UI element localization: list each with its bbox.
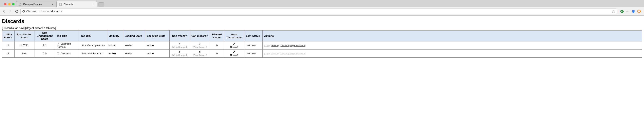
- window-controls: [2, 2, 16, 6]
- col-can-freeze[interactable]: Can freeze?: [170, 30, 190, 42]
- cell-reactivation-score: 1.5781: [14, 42, 34, 50]
- col-tab-url[interactable]: Tab URL: [79, 30, 107, 42]
- col-actions[interactable]: Actions: [262, 30, 642, 42]
- col-utility-rank[interactable]: Utility Rank: [2, 30, 14, 42]
- action-load-link: [Load]: [264, 52, 270, 55]
- action-load-link: [Load]: [264, 44, 270, 47]
- svg-point-3: [23, 11, 24, 12]
- browser-chrome: Example Domain × Discards ×: [0, 0, 644, 16]
- cell-site-engagement-score: 8.1: [34, 42, 55, 50]
- action-urgent-discard-link[interactable]: [Urgent Discard]: [290, 44, 306, 47]
- cell-tab-url: https://example.com/: [79, 42, 107, 50]
- svg-rect-9: [57, 43, 59, 45]
- table-header-row: Utility Rank Reactivation Score Site Eng…: [2, 30, 642, 42]
- svg-rect-10: [57, 52, 59, 55]
- cell-discard-count: 0: [210, 50, 224, 58]
- cell-can-discard: ✔[View Reason]: [190, 42, 210, 50]
- cell-loading-state: loaded: [123, 42, 145, 50]
- page-content: Discards [Discard a tab now] [Urgent dis…: [0, 16, 644, 60]
- col-site-engagement-score[interactable]: Site Engagement Score: [34, 30, 55, 42]
- table-row: 11.57818.1Example Domainhttps://example.…: [2, 42, 642, 50]
- address-separator: |: [38, 10, 38, 13]
- address-path: discards: [51, 10, 62, 13]
- discard-tab-now-link[interactable]: [Discard a tab now]: [2, 26, 24, 30]
- cell-site-engagement-score: 0.0: [34, 50, 55, 58]
- action-discard-link[interactable]: [Discard]: [280, 44, 289, 47]
- view-reason-link[interactable]: [View Reason]: [193, 46, 207, 48]
- extension-icon-dots[interactable]: [626, 10, 630, 13]
- cell-actions: [Load] [Freeze] [Discard] [Urgent Discar…: [262, 50, 642, 58]
- col-auto-discardable[interactable]: Auto Discardable: [224, 30, 244, 42]
- forward-button[interactable]: [8, 10, 12, 13]
- cell-tab-title: Example Domain: [55, 42, 79, 50]
- view-reason-link[interactable]: [View Reason]: [172, 46, 187, 48]
- bookmark-star-icon[interactable]: [612, 10, 615, 13]
- action-urgent-discard-link: [Urgent Discard]: [290, 52, 306, 55]
- col-last-active[interactable]: Last Active: [244, 30, 262, 42]
- tabs-bar: Example Domain × Discards ×: [0, 0, 644, 7]
- browser-tab-example[interactable]: Example Domain ×: [16, 1, 56, 7]
- page-favicon-icon: [19, 3, 22, 6]
- svg-point-7: [629, 11, 629, 12]
- tab-close-icon[interactable]: ×: [92, 3, 94, 6]
- cell-can-freeze: ✔[View Reason]: [170, 42, 190, 50]
- cell-tab-title: Discards: [55, 50, 79, 58]
- action-freeze-link: [Freeze]: [271, 52, 279, 55]
- urgent-discard-tab-now-link[interactable]: [Urgent discard a tab now]: [25, 26, 56, 30]
- window-minimize-button[interactable]: [8, 3, 10, 5]
- cell-auto-discardable: ✔[Toggle]: [224, 42, 244, 50]
- extension-icons: [619, 10, 642, 13]
- col-tab-title[interactable]: Tab Title: [55, 30, 79, 42]
- tab-title: Example Domain: [23, 3, 50, 6]
- address-bar[interactable]: Chrome | chrome://discards: [20, 8, 617, 14]
- cell-visibility: hidden: [107, 42, 123, 50]
- window-maximize-button[interactable]: [12, 3, 14, 5]
- col-loading-state[interactable]: Loading State: [123, 30, 145, 42]
- col-visibility[interactable]: Visibility: [107, 30, 123, 42]
- col-discard-count[interactable]: Discard Count: [210, 30, 224, 42]
- cell-last-active: just now: [244, 50, 262, 58]
- cell-last-active: just now: [244, 42, 262, 50]
- new-tab-button[interactable]: [98, 2, 104, 6]
- col-can-discard[interactable]: Can discard?: [190, 30, 210, 42]
- address-scheme-label: Chrome: [26, 10, 36, 13]
- toggle-link[interactable]: [Toggle]: [230, 54, 238, 56]
- page-favicon-icon: [56, 43, 60, 46]
- cell-utility-rank: 2: [2, 50, 14, 58]
- svg-rect-0: [19, 3, 21, 6]
- check-icon: ✔: [198, 42, 201, 46]
- col-lifecycle-state[interactable]: Lifecycle State: [145, 30, 170, 42]
- check-icon: ✘: [178, 50, 181, 54]
- view-reason-link[interactable]: [View Reason]: [193, 54, 207, 56]
- discards-table: Utility Rank Reactivation Score Site Eng…: [2, 30, 642, 58]
- cell-utility-rank: 1: [2, 42, 14, 50]
- back-button[interactable]: [2, 10, 6, 13]
- reload-button[interactable]: [15, 10, 18, 13]
- extension-icon-green-check[interactable]: [620, 10, 624, 13]
- check-icon: ✘: [198, 50, 201, 54]
- svg-point-4: [620, 10, 624, 13]
- nav-buttons: [2, 10, 18, 13]
- tab-close-icon[interactable]: ×: [51, 3, 54, 6]
- cell-auto-discardable: ✔[Toggle]: [224, 50, 244, 58]
- toggle-link[interactable]: [Toggle]: [230, 46, 238, 48]
- top-actions: [Discard a tab now] [Urgent discard a ta…: [2, 26, 642, 30]
- cell-tab-url: chrome://discards/: [79, 50, 107, 58]
- toolbar: Chrome | chrome://discards: [0, 7, 644, 16]
- action-freeze-link[interactable]: [Freeze]: [271, 44, 279, 47]
- page-favicon-icon: [56, 52, 60, 55]
- extension-icon-shield[interactable]: [632, 10, 635, 13]
- svg-point-5: [626, 11, 627, 12]
- cell-discard-count: 0: [210, 42, 224, 50]
- page-title: Discards: [2, 18, 642, 24]
- window-close-button[interactable]: [4, 3, 6, 5]
- tab-title: Discards: [64, 3, 90, 6]
- svg-rect-1: [60, 3, 62, 6]
- page-favicon-icon: [59, 3, 62, 6]
- extension-icon-orange-circle[interactable]: [637, 10, 641, 13]
- col-reactivation-score[interactable]: Reactivation Score: [14, 30, 34, 42]
- browser-tab-discards[interactable]: Discards ×: [56, 1, 97, 7]
- view-reason-link[interactable]: [View Reason]: [172, 54, 187, 56]
- cell-lifecycle-state: active: [145, 42, 170, 50]
- chrome-scheme-icon: [22, 10, 25, 13]
